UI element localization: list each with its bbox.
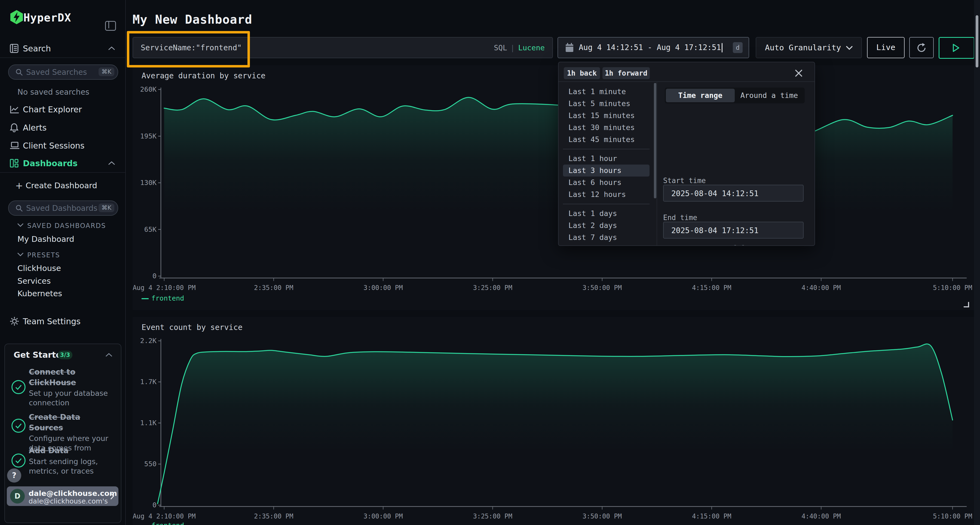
svg-text:130K: 130K <box>140 179 156 187</box>
sidebar-item-chart-explorer[interactable]: Chart Explorer <box>0 102 125 116</box>
text-caret <box>722 43 722 52</box>
relative-time-option[interactable]: Last 30 minutes <box>563 122 649 133</box>
saved-searches-input[interactable]: Saved Searches ⌘K <box>8 65 118 80</box>
sidebar-item-label: Alerts <box>23 123 46 132</box>
sidebar-item-label: Search <box>23 44 51 53</box>
svg-text:5:10:00 PM: 5:10:00 PM <box>933 512 972 520</box>
page-scrollbar-track[interactable] <box>974 0 980 525</box>
sidebar-item-dashboards[interactable]: Dashboards <box>0 156 125 170</box>
chevron-right-icon <box>110 492 115 500</box>
close-icon[interactable] <box>794 68 803 78</box>
sidebar-item-search[interactable]: Search <box>0 41 125 56</box>
sidebar-item-alerts[interactable]: Alerts <box>0 121 125 135</box>
refresh-icon <box>916 43 927 53</box>
divider <box>657 81 657 245</box>
run-query-button[interactable] <box>939 37 975 59</box>
start-time-input[interactable]: 2025-08-04 14:12:51 <box>663 185 803 201</box>
section-saved-dashboards[interactable]: SAVED DASHBOARDS <box>27 222 106 230</box>
shift-back-button[interactable]: 1h back <box>564 67 600 79</box>
chevron-up-icon[interactable] <box>105 353 113 357</box>
brand-row: HyperDX <box>0 8 125 26</box>
granularity-select[interactable]: Auto Granularity <box>756 37 862 58</box>
relative-time-option[interactable]: Last 15 minutes <box>563 109 649 122</box>
relative-time-option[interactable]: Last 14 days <box>563 243 649 246</box>
sidebar-item-label: Dashboards <box>23 159 78 168</box>
laptop-icon <box>10 141 20 150</box>
sidebar-item-label: Chart Explorer <box>23 105 82 114</box>
help-button[interactable]: ? <box>7 468 21 482</box>
sidebar-preset-kubernetes[interactable]: Kubernetes <box>18 289 62 298</box>
end-time-input[interactable]: 2025-08-04 17:12:51 <box>663 222 803 239</box>
sidebar-item-label: Client Sessions <box>23 141 84 151</box>
svg-text:4:15:00 PM: 4:15:00 PM <box>692 512 732 520</box>
shortcut-badge: ⌘K <box>99 67 115 76</box>
chart-legend[interactable]: frontend <box>142 294 184 302</box>
live-button[interactable]: Live <box>867 37 905 58</box>
list-scrollbar[interactable] <box>654 83 656 198</box>
get-started-item-title: Add Data <box>29 446 116 456</box>
create-dashboard-button[interactable]: + Create Dashboard <box>0 178 125 193</box>
svg-text:2:35:00 PM: 2:35:00 PM <box>254 284 293 292</box>
sql-mode-toggle[interactable]: SQL <box>494 43 507 52</box>
dashboard-filter-input[interactable]: ServiceName:"frontend" SQL | Lucene <box>132 37 553 58</box>
get-started-item-desc: Start sending logs, metrics, or traces <box>29 457 116 476</box>
relative-time-list: Last 1 minuteLast 5 minutesLast 15 minut… <box>558 86 654 246</box>
check-circle-icon <box>11 379 26 395</box>
chart-legend[interactable]: frontend <box>142 522 184 525</box>
chevron-down-icon <box>17 223 24 227</box>
divider <box>558 81 815 82</box>
relative-time-option[interactable]: Last 45 minutes <box>563 133 649 146</box>
chevron-up-icon <box>108 46 115 51</box>
svg-text:260K: 260K <box>140 86 156 93</box>
play-icon <box>952 43 960 52</box>
sidebar: HyperDX Search Saved Searches ⌘K No save… <box>0 0 126 525</box>
relative-time-option[interactable]: Last 1 minute <box>563 86 649 98</box>
shortcut-badge: ⌘K <box>99 203 115 212</box>
relative-time-option[interactable]: Last 1 days <box>563 208 649 219</box>
svg-text:3:50:00 PM: 3:50:00 PM <box>582 512 622 520</box>
relative-time-option[interactable]: Last 12 hours <box>563 189 649 200</box>
relative-time-option[interactable]: Last 1 hour <box>563 152 649 165</box>
panel-resize-handle[interactable] <box>964 302 969 308</box>
get-started-item[interactable]: Add Data Start sending logs, metrics, or… <box>29 446 116 476</box>
sidebar-item-team-settings[interactable]: Team Settings <box>0 314 125 328</box>
bell-icon <box>10 123 19 132</box>
saved-dashboards-input[interactable]: Saved Dashboards ⌘K <box>8 200 118 216</box>
search-icon <box>15 204 23 212</box>
sidebar-dashboard-my-dashboard[interactable]: My Dashboard <box>18 235 74 244</box>
user-menu[interactable]: D dale@clickhouse.com dale@clickhouse.co… <box>7 486 118 506</box>
check-circle-icon <box>11 453 26 468</box>
relative-time-option[interactable]: Last 5 minutes <box>563 98 649 109</box>
sidebar-preset-services[interactable]: Services <box>18 276 51 285</box>
svg-text:195K: 195K <box>140 132 156 140</box>
legend-line-swatch <box>142 298 149 299</box>
relative-time-option[interactable]: Last 6 hours <box>563 176 649 189</box>
time-range-value: Aug 4 14:12:51 - Aug 4 17:12:51 <box>579 43 722 52</box>
mode-separator: | <box>511 43 515 52</box>
tab-around-a-time[interactable]: Around a time <box>735 89 803 102</box>
section-presets[interactable]: PRESETS <box>27 251 60 259</box>
shift-forward-button[interactable]: 1h forward <box>603 67 650 79</box>
tab-time-range[interactable]: Time range <box>666 89 735 102</box>
get-started-item[interactable]: Connect to ClickHouse Set up your databa… <box>29 367 116 408</box>
create-dashboard-label: Create Dashboard <box>25 181 97 190</box>
relative-time-option[interactable]: Last 7 days <box>563 232 649 243</box>
search-section-icon <box>10 44 19 53</box>
sidebar-preset-clickhouse[interactable]: ClickHouse <box>18 263 61 273</box>
refresh-button[interactable] <box>909 37 934 58</box>
page-scrollbar-thumb[interactable] <box>976 15 978 67</box>
relative-time-option[interactable]: Last 3 hours <box>563 165 649 176</box>
sidebar-item-label: Team Settings <box>23 317 81 326</box>
dashboards-icon <box>10 159 19 168</box>
calendar-icon <box>565 43 574 52</box>
user-subtitle: dale@clickhouse.com's <box>29 497 108 505</box>
svg-text:550: 550 <box>144 460 156 468</box>
get-started-item-title: Connect to ClickHouse <box>29 367 116 388</box>
time-range-input[interactable]: Aug 4 14:12:51 - Aug 4 17:12:51 d <box>557 37 749 58</box>
svg-text:4:40:00 PM: 4:40:00 PM <box>802 284 841 292</box>
sidebar-collapse-icon[interactable] <box>105 21 116 31</box>
relative-time-option[interactable]: Last 2 days <box>563 219 649 232</box>
svg-text:1.7K: 1.7K <box>140 378 156 386</box>
lucene-mode-toggle[interactable]: Lucene <box>518 43 545 52</box>
sidebar-item-client-sessions[interactable]: Client Sessions <box>0 138 125 152</box>
